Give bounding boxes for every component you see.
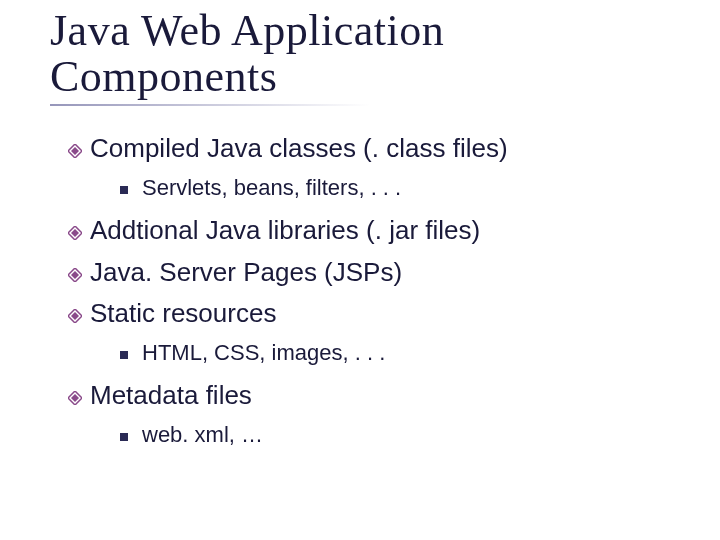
list-item-text: Metadata files xyxy=(90,377,690,415)
list-subitem: Servlets, beans, filters, . . . xyxy=(120,172,690,204)
list-subitem-text: Servlets, beans, filters, . . . xyxy=(142,172,690,204)
svg-marker-5 xyxy=(71,271,79,279)
diamond-bullet-icon xyxy=(68,226,82,240)
list-item: Java. Server Pages (JSPs) xyxy=(68,254,690,292)
title-underline xyxy=(50,104,370,106)
list-subitem-text: HTML, CSS, images, . . . xyxy=(142,337,690,369)
slide-title: Java Web Application Components xyxy=(50,8,690,100)
list-item: Compiled Java classes (. class files) xyxy=(68,130,690,168)
square-bullet-icon xyxy=(120,351,128,359)
list-subitem: web. xml, … xyxy=(120,419,690,451)
list-subitem: HTML, CSS, images, . . . xyxy=(120,337,690,369)
diamond-bullet-icon xyxy=(68,391,82,405)
svg-marker-1 xyxy=(71,147,79,155)
list-item: Metadata files xyxy=(68,377,690,415)
svg-marker-3 xyxy=(71,229,79,237)
svg-marker-9 xyxy=(71,394,79,402)
square-bullet-icon xyxy=(120,433,128,441)
list-item-text: Static resources xyxy=(90,295,690,333)
list-item-text: Java. Server Pages (JSPs) xyxy=(90,254,690,292)
diamond-bullet-icon xyxy=(68,309,82,323)
list-item: Static resources xyxy=(68,295,690,333)
title-line-1: Java Web Application xyxy=(50,6,444,55)
title-line-2: Components xyxy=(50,52,277,101)
slide: Java Web Application Components Compiled… xyxy=(0,0,720,540)
list-item-text: Compiled Java classes (. class files) xyxy=(90,130,690,168)
list-item-text: Addtional Java libraries (. jar files) xyxy=(90,212,690,250)
list-subitem-text: web. xml, … xyxy=(142,419,690,451)
diamond-bullet-icon xyxy=(68,144,82,158)
slide-body: Compiled Java classes (. class files) Se… xyxy=(50,130,690,450)
diamond-bullet-icon xyxy=(68,268,82,282)
svg-marker-7 xyxy=(71,312,79,320)
square-bullet-icon xyxy=(120,186,128,194)
list-item: Addtional Java libraries (. jar files) xyxy=(68,212,690,250)
